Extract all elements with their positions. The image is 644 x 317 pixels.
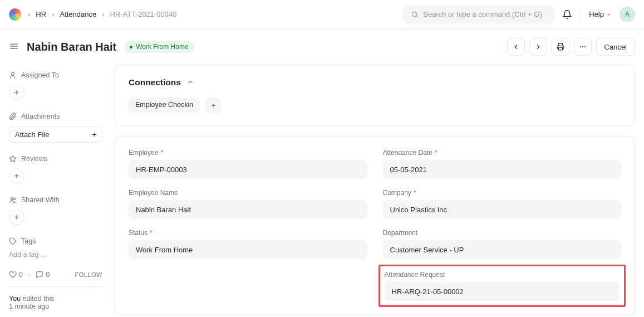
- breadcrumb-attendance[interactable]: Attendance: [60, 10, 96, 18]
- chevron-right-icon: ›: [28, 10, 30, 18]
- status-field[interactable]: Work From Home: [129, 240, 367, 259]
- svg-point-6: [580, 46, 581, 47]
- more-horizontal-icon: [579, 43, 587, 51]
- svg-point-0: [412, 12, 417, 16]
- menu-icon: [9, 41, 19, 51]
- cancel-button[interactable]: Cancel: [596, 38, 635, 56]
- print-button[interactable]: [552, 38, 569, 56]
- status-text: Work From Home: [136, 43, 188, 51]
- svg-rect-5: [558, 47, 562, 50]
- search-input[interactable]: Search or type a command (Ctrl + G): [404, 6, 554, 23]
- avatar-initial: A: [625, 11, 630, 18]
- svg-point-12: [13, 198, 16, 200]
- assigned-to-label: Assigned To: [9, 71, 102, 79]
- add-review-button[interactable]: +: [9, 168, 24, 184]
- reviews-label: Reviews: [9, 155, 102, 163]
- svg-point-11: [11, 198, 13, 200]
- connections-card: Connections Employee Checkin +: [115, 65, 635, 126]
- chevron-left-icon: [512, 43, 520, 51]
- users-icon: [9, 196, 17, 204]
- tag-input[interactable]: Add a tag ...: [9, 251, 102, 259]
- paperclip-icon: [9, 113, 17, 120]
- help-menu[interactable]: Help: [589, 10, 612, 18]
- collapse-connections-button[interactable]: [186, 78, 194, 87]
- svg-point-8: [584, 46, 586, 47]
- breadcrumb-hr[interactable]: HR: [36, 10, 46, 18]
- comment-icon: [36, 271, 43, 279]
- chevron-right-icon: ›: [52, 10, 54, 18]
- svg-marker-10: [9, 155, 16, 162]
- breadcrumb: › HR › Attendance › HR-ATT-2021-00040: [28, 10, 176, 18]
- attendance-request-label: Attendance Request: [385, 271, 620, 279]
- details-card: Employee* HR-EMP-00003 Attendance Date* …: [115, 136, 635, 315]
- heart-icon: [9, 271, 17, 279]
- status-badge: Work From Home: [124, 41, 194, 53]
- chevron-right-icon: ›: [102, 10, 104, 18]
- department-field[interactable]: Customer Service - UP: [383, 240, 622, 259]
- cancel-label: Cancel: [604, 43, 627, 51]
- plus-icon: +: [92, 130, 96, 139]
- comments-button[interactable]: 0: [36, 271, 50, 279]
- divider: [581, 9, 581, 20]
- more-button[interactable]: [574, 38, 592, 56]
- avatar[interactable]: A: [620, 7, 635, 22]
- company-label: Company*: [383, 189, 622, 197]
- add-share-button[interactable]: +: [9, 209, 24, 225]
- employee-field[interactable]: HR-EMP-00003: [129, 160, 367, 179]
- search-placeholder: Search or type a command (Ctrl + G): [423, 10, 542, 18]
- like-button[interactable]: 0: [9, 271, 23, 279]
- edit-log: You edited this 1 minute ago: [9, 295, 102, 310]
- divider: [9, 286, 102, 287]
- chevron-down-icon: [606, 12, 612, 17]
- bell-icon: [562, 9, 572, 19]
- add-assignee-button[interactable]: +: [9, 85, 24, 100]
- dot-separator: ·: [28, 271, 30, 279]
- svg-line-1: [416, 16, 418, 17]
- svg-point-9: [12, 72, 14, 75]
- employee-label: Employee*: [129, 149, 367, 157]
- tags-label: Tags: [9, 237, 102, 245]
- add-connection-button[interactable]: +: [205, 97, 221, 113]
- user-icon: [9, 71, 17, 79]
- app-logo[interactable]: [9, 8, 21, 21]
- prev-button[interactable]: [507, 38, 525, 56]
- attendance-request-field[interactable]: HR-ARQ-21-05-00002: [385, 282, 620, 301]
- printer-icon: [557, 43, 564, 51]
- search-icon: [411, 11, 419, 18]
- page-title: Nabin Baran Hait: [27, 41, 116, 53]
- connections-title: Connections: [129, 77, 181, 87]
- follow-button[interactable]: FOLLOW: [75, 271, 102, 278]
- breadcrumb-current: HR-ATT-2021-00040: [110, 10, 177, 18]
- star-icon: [9, 155, 17, 163]
- status-label: Status*: [129, 229, 367, 237]
- notifications-button[interactable]: [562, 9, 573, 20]
- attach-file-button[interactable]: Attach File +: [9, 126, 102, 143]
- chevron-up-icon: [186, 78, 194, 86]
- svg-point-7: [582, 46, 583, 47]
- attachments-label: Attachments: [9, 113, 102, 120]
- attendance-date-field[interactable]: 05-05-2021: [383, 160, 622, 179]
- help-label: Help: [589, 10, 604, 18]
- tag-icon: [9, 237, 17, 245]
- chevron-right-icon: [534, 43, 542, 51]
- attach-file-label: Attach File: [15, 130, 49, 139]
- next-button[interactable]: [529, 38, 547, 56]
- sidebar-toggle[interactable]: [9, 41, 19, 53]
- shared-with-label: Shared With: [9, 196, 102, 204]
- attendance-date-label: Attendance Date*: [383, 149, 622, 157]
- employee-name-field[interactable]: Nabin Baran Hait: [129, 200, 367, 219]
- employee-name-label: Employee Name: [129, 189, 367, 197]
- department-label: Department: [383, 229, 622, 237]
- connection-chip-employee-checkin[interactable]: Employee Checkin: [129, 97, 200, 113]
- company-field[interactable]: Unico Plastics Inc: [383, 200, 622, 219]
- attendance-request-highlight: Attendance Request HR-ARQ-21-05-00002: [378, 265, 626, 307]
- status-dot-icon: [130, 46, 132, 48]
